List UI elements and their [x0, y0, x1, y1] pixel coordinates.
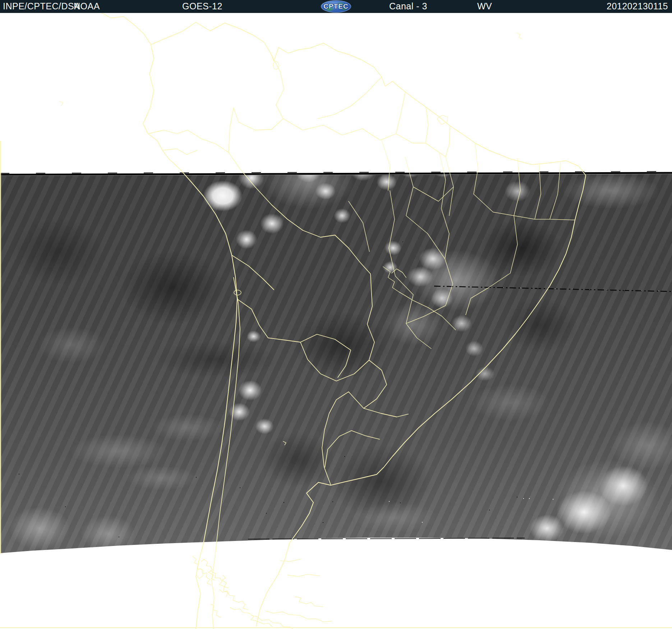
- map-borders-overlay: [0, 0, 672, 629]
- cptec-logo-icon: CPTEC: [321, 0, 351, 13]
- agency-label: INPE/CPTEC/DSA: [3, 0, 80, 13]
- scan-top-edge-line: [0, 173, 672, 175]
- coastline-path: [102, 13, 586, 629]
- product-label: WV: [477, 0, 492, 13]
- scanline-artifact: [434, 286, 672, 291]
- noaa-label: NOAA: [74, 0, 100, 13]
- satellite-label: GOES-12: [182, 0, 222, 13]
- bad-pixel-dots: [19, 242, 517, 537]
- hot-pixel-dots: [389, 498, 553, 523]
- state-borders-path: [349, 115, 575, 349]
- cptec-logo-text: CPTEC: [323, 1, 348, 12]
- lakes-and-islets: [60, 33, 522, 579]
- timestamp-label: 201202130115: [607, 0, 668, 13]
- satellite-product-page: { "header": { "agency_label": "INPE/CPTE…: [0, 0, 672, 629]
- channel-label: Canal - 3: [389, 0, 427, 13]
- country-borders-path: [148, 52, 450, 485]
- scan-bottom-edge-line: [248, 538, 525, 539]
- chile-argentina-border: [212, 277, 240, 629]
